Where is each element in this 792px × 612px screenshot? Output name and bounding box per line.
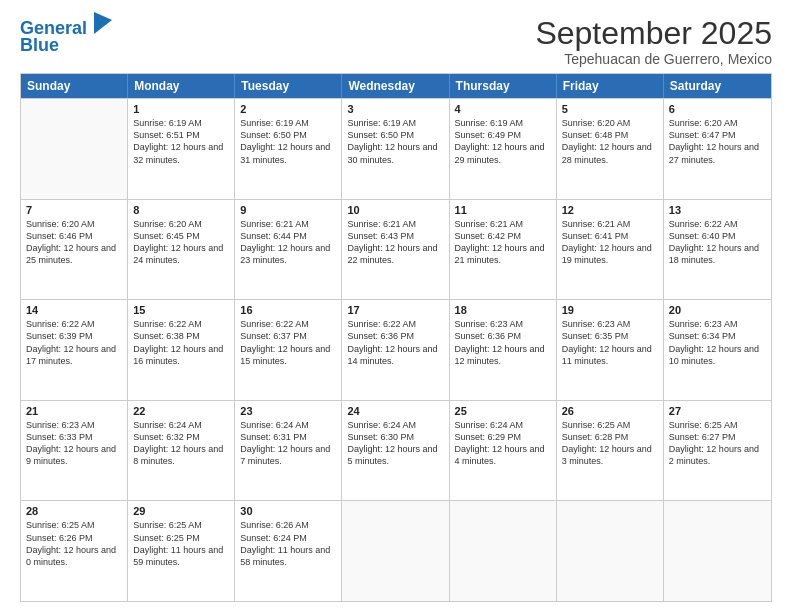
calendar: SundayMondayTuesdayWednesdayThursdayFrid… [20, 73, 772, 602]
day-number: 29 [133, 505, 229, 517]
calendar-cell [450, 501, 557, 601]
day-info: Sunrise: 6:22 AM Sunset: 6:39 PM Dayligh… [26, 318, 122, 367]
day-number: 2 [240, 103, 336, 115]
calendar-header-cell: Sunday [21, 74, 128, 98]
calendar-cell: 9Sunrise: 6:21 AM Sunset: 6:44 PM Daylig… [235, 200, 342, 300]
calendar-cell [21, 99, 128, 199]
calendar-cell: 21Sunrise: 6:23 AM Sunset: 6:33 PM Dayli… [21, 401, 128, 501]
calendar-cell [342, 501, 449, 601]
calendar-cell: 3Sunrise: 6:19 AM Sunset: 6:50 PM Daylig… [342, 99, 449, 199]
day-number: 3 [347, 103, 443, 115]
calendar-cell: 26Sunrise: 6:25 AM Sunset: 6:28 PM Dayli… [557, 401, 664, 501]
day-number: 15 [133, 304, 229, 316]
day-number: 13 [669, 204, 766, 216]
day-info: Sunrise: 6:19 AM Sunset: 6:49 PM Dayligh… [455, 117, 551, 166]
day-number: 19 [562, 304, 658, 316]
day-info: Sunrise: 6:25 AM Sunset: 6:25 PM Dayligh… [133, 519, 229, 568]
day-number: 27 [669, 405, 766, 417]
calendar-header-cell: Monday [128, 74, 235, 98]
day-info: Sunrise: 6:22 AM Sunset: 6:36 PM Dayligh… [347, 318, 443, 367]
day-number: 6 [669, 103, 766, 115]
day-number: 25 [455, 405, 551, 417]
calendar-cell: 2Sunrise: 6:19 AM Sunset: 6:50 PM Daylig… [235, 99, 342, 199]
calendar-week-5: 28Sunrise: 6:25 AM Sunset: 6:26 PM Dayli… [21, 500, 771, 601]
calendar-week-1: 1Sunrise: 6:19 AM Sunset: 6:51 PM Daylig… [21, 98, 771, 199]
day-number: 23 [240, 405, 336, 417]
day-number: 24 [347, 405, 443, 417]
calendar-cell: 24Sunrise: 6:24 AM Sunset: 6:30 PM Dayli… [342, 401, 449, 501]
day-number: 9 [240, 204, 336, 216]
day-number: 1 [133, 103, 229, 115]
day-info: Sunrise: 6:20 AM Sunset: 6:45 PM Dayligh… [133, 218, 229, 267]
calendar-header-cell: Saturday [664, 74, 771, 98]
calendar-week-2: 7Sunrise: 6:20 AM Sunset: 6:46 PM Daylig… [21, 199, 771, 300]
calendar-cell: 27Sunrise: 6:25 AM Sunset: 6:27 PM Dayli… [664, 401, 771, 501]
calendar-body: 1Sunrise: 6:19 AM Sunset: 6:51 PM Daylig… [21, 98, 771, 601]
page: General Blue September 2025 Tepehuacan d… [0, 0, 792, 612]
day-number: 14 [26, 304, 122, 316]
day-number: 16 [240, 304, 336, 316]
day-number: 21 [26, 405, 122, 417]
calendar-cell: 15Sunrise: 6:22 AM Sunset: 6:38 PM Dayli… [128, 300, 235, 400]
day-info: Sunrise: 6:24 AM Sunset: 6:31 PM Dayligh… [240, 419, 336, 468]
logo: General Blue [20, 16, 112, 56]
calendar-week-3: 14Sunrise: 6:22 AM Sunset: 6:39 PM Dayli… [21, 299, 771, 400]
logo-icon [94, 12, 112, 34]
day-info: Sunrise: 6:19 AM Sunset: 6:50 PM Dayligh… [347, 117, 443, 166]
day-info: Sunrise: 6:19 AM Sunset: 6:51 PM Dayligh… [133, 117, 229, 166]
calendar-header-cell: Friday [557, 74, 664, 98]
calendar-cell: 12Sunrise: 6:21 AM Sunset: 6:41 PM Dayli… [557, 200, 664, 300]
day-number: 10 [347, 204, 443, 216]
title-block: September 2025 Tepehuacan de Guerrero, M… [535, 16, 772, 67]
calendar-cell: 18Sunrise: 6:23 AM Sunset: 6:36 PM Dayli… [450, 300, 557, 400]
day-info: Sunrise: 6:25 AM Sunset: 6:26 PM Dayligh… [26, 519, 122, 568]
day-number: 5 [562, 103, 658, 115]
day-number: 7 [26, 204, 122, 216]
calendar-cell: 29Sunrise: 6:25 AM Sunset: 6:25 PM Dayli… [128, 501, 235, 601]
day-info: Sunrise: 6:24 AM Sunset: 6:30 PM Dayligh… [347, 419, 443, 468]
day-number: 30 [240, 505, 336, 517]
day-number: 12 [562, 204, 658, 216]
day-number: 17 [347, 304, 443, 316]
calendar-cell: 11Sunrise: 6:21 AM Sunset: 6:42 PM Dayli… [450, 200, 557, 300]
day-number: 8 [133, 204, 229, 216]
day-info: Sunrise: 6:23 AM Sunset: 6:34 PM Dayligh… [669, 318, 766, 367]
day-number: 26 [562, 405, 658, 417]
main-title: September 2025 [535, 16, 772, 51]
calendar-header: SundayMondayTuesdayWednesdayThursdayFrid… [21, 74, 771, 98]
calendar-cell [557, 501, 664, 601]
calendar-cell: 8Sunrise: 6:20 AM Sunset: 6:45 PM Daylig… [128, 200, 235, 300]
day-info: Sunrise: 6:20 AM Sunset: 6:47 PM Dayligh… [669, 117, 766, 166]
calendar-header-cell: Wednesday [342, 74, 449, 98]
day-info: Sunrise: 6:24 AM Sunset: 6:29 PM Dayligh… [455, 419, 551, 468]
calendar-cell: 23Sunrise: 6:24 AM Sunset: 6:31 PM Dayli… [235, 401, 342, 501]
day-info: Sunrise: 6:22 AM Sunset: 6:38 PM Dayligh… [133, 318, 229, 367]
day-info: Sunrise: 6:25 AM Sunset: 6:27 PM Dayligh… [669, 419, 766, 468]
calendar-cell: 19Sunrise: 6:23 AM Sunset: 6:35 PM Dayli… [557, 300, 664, 400]
day-info: Sunrise: 6:21 AM Sunset: 6:42 PM Dayligh… [455, 218, 551, 267]
calendar-cell: 17Sunrise: 6:22 AM Sunset: 6:36 PM Dayli… [342, 300, 449, 400]
day-info: Sunrise: 6:19 AM Sunset: 6:50 PM Dayligh… [240, 117, 336, 166]
calendar-cell [664, 501, 771, 601]
day-number: 18 [455, 304, 551, 316]
day-info: Sunrise: 6:21 AM Sunset: 6:41 PM Dayligh… [562, 218, 658, 267]
calendar-header-cell: Tuesday [235, 74, 342, 98]
day-info: Sunrise: 6:26 AM Sunset: 6:24 PM Dayligh… [240, 519, 336, 568]
calendar-cell: 4Sunrise: 6:19 AM Sunset: 6:49 PM Daylig… [450, 99, 557, 199]
day-info: Sunrise: 6:21 AM Sunset: 6:44 PM Dayligh… [240, 218, 336, 267]
day-info: Sunrise: 6:24 AM Sunset: 6:32 PM Dayligh… [133, 419, 229, 468]
day-info: Sunrise: 6:22 AM Sunset: 6:40 PM Dayligh… [669, 218, 766, 267]
calendar-cell: 7Sunrise: 6:20 AM Sunset: 6:46 PM Daylig… [21, 200, 128, 300]
calendar-cell: 30Sunrise: 6:26 AM Sunset: 6:24 PM Dayli… [235, 501, 342, 601]
calendar-cell: 10Sunrise: 6:21 AM Sunset: 6:43 PM Dayli… [342, 200, 449, 300]
calendar-cell: 1Sunrise: 6:19 AM Sunset: 6:51 PM Daylig… [128, 99, 235, 199]
day-number: 11 [455, 204, 551, 216]
day-info: Sunrise: 6:23 AM Sunset: 6:36 PM Dayligh… [455, 318, 551, 367]
day-info: Sunrise: 6:20 AM Sunset: 6:48 PM Dayligh… [562, 117, 658, 166]
day-info: Sunrise: 6:22 AM Sunset: 6:37 PM Dayligh… [240, 318, 336, 367]
day-number: 4 [455, 103, 551, 115]
calendar-cell: 6Sunrise: 6:20 AM Sunset: 6:47 PM Daylig… [664, 99, 771, 199]
day-info: Sunrise: 6:21 AM Sunset: 6:43 PM Dayligh… [347, 218, 443, 267]
day-info: Sunrise: 6:20 AM Sunset: 6:46 PM Dayligh… [26, 218, 122, 267]
calendar-week-4: 21Sunrise: 6:23 AM Sunset: 6:33 PM Dayli… [21, 400, 771, 501]
